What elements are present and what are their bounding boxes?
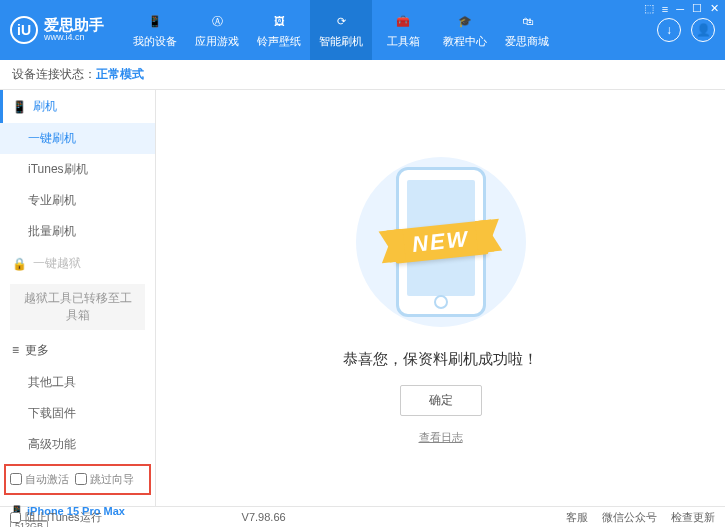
skip-guide-checkbox[interactable]: 跳过向导: [75, 472, 134, 487]
menu-icon[interactable]: ≡: [662, 3, 668, 15]
footer-link-wechat[interactable]: 微信公众号: [602, 510, 657, 525]
nav-smart-flash[interactable]: ⟳智能刷机: [310, 0, 372, 60]
ok-button[interactable]: 确定: [400, 385, 482, 416]
toolbox-icon: 🧰: [393, 11, 413, 31]
auto-activate-checkbox[interactable]: 自动激活: [10, 472, 69, 487]
sidebar-item-itunes-flash[interactable]: iTunes刷机: [0, 154, 155, 185]
store-icon: 🛍: [517, 11, 537, 31]
sidebar: 📱 刷机 一键刷机 iTunes刷机 专业刷机 批量刷机 🔒 一键越狱 越狱工具…: [0, 90, 156, 506]
status-label: 设备连接状态：: [12, 66, 96, 83]
lock-icon: 🔒: [12, 257, 27, 271]
top-nav: 📱我的设备 Ⓐ应用游戏 🖼铃声壁纸 ⟳智能刷机 🧰工具箱 🎓教程中心 🛍爱思商城: [124, 0, 558, 60]
device-icon: 📱: [145, 11, 165, 31]
user-icon[interactable]: 👤: [691, 18, 715, 42]
nav-toolbox[interactable]: 🧰工具箱: [372, 0, 434, 60]
sidebar-item-oneclick-flash[interactable]: 一键刷机: [0, 123, 155, 154]
apps-icon: Ⓐ: [207, 11, 227, 31]
block-itunes-checkbox[interactable]: 阻止iTunes运行: [10, 510, 102, 525]
sidebar-group-jailbreak: 🔒 一键越狱: [0, 247, 155, 280]
view-log-link[interactable]: 查看日志: [419, 430, 463, 445]
maximize-icon[interactable]: ☐: [692, 2, 702, 15]
sidebar-group-flash[interactable]: 📱 刷机: [0, 90, 155, 123]
main-content: NEW 恭喜您，保资料刷机成功啦！ 确定 查看日志: [156, 90, 725, 506]
app-url: www.i4.cn: [44, 33, 104, 43]
nav-tutorials[interactable]: 🎓教程中心: [434, 0, 496, 60]
app-name: 爱思助手: [44, 17, 104, 34]
nav-apps-games[interactable]: Ⓐ应用游戏: [186, 0, 248, 60]
wallpaper-icon: 🖼: [269, 11, 289, 31]
titlebar: ⬚ ≡ ─ ☐ ✕ iU 爱思助手 www.i4.cn 📱我的设备 Ⓐ应用游戏 …: [0, 0, 725, 60]
list-icon: ≡: [12, 343, 19, 357]
success-illustration: NEW: [331, 152, 551, 332]
user-icons: ↓ 👤: [657, 18, 715, 42]
nav-ringtone-wallpaper[interactable]: 🖼铃声壁纸: [248, 0, 310, 60]
highlighted-checkbox-row: 自动激活 跳过向导: [4, 464, 151, 495]
nav-my-device[interactable]: 📱我的设备: [124, 0, 186, 60]
success-message: 恭喜您，保资料刷机成功啦！: [343, 350, 538, 369]
window-controls: ⬚ ≡ ─ ☐ ✕: [644, 2, 719, 15]
footer-link-support[interactable]: 客服: [566, 510, 588, 525]
logo-icon: iU: [10, 16, 38, 44]
phone-icon: 📱: [12, 100, 27, 114]
minimize-icon[interactable]: ─: [676, 3, 684, 15]
sidebar-item-batch-flash[interactable]: 批量刷机: [0, 216, 155, 247]
flash-icon: ⟳: [331, 11, 351, 31]
close-icon[interactable]: ✕: [710, 2, 719, 15]
sidebar-item-other-tools[interactable]: 其他工具: [0, 367, 155, 398]
sidebar-item-advanced[interactable]: 高级功能: [0, 429, 155, 460]
logo: iU 爱思助手 www.i4.cn: [10, 16, 104, 44]
tutorial-icon: 🎓: [455, 11, 475, 31]
sidebar-group-more[interactable]: ≡ 更多: [0, 334, 155, 367]
sidebar-item-download-firmware[interactable]: 下载固件: [0, 398, 155, 429]
status-bar: 设备连接状态： 正常模式: [0, 60, 725, 90]
sidebar-jailbreak-notice: 越狱工具已转移至工具箱: [10, 284, 145, 330]
cart-icon[interactable]: ⬚: [644, 2, 654, 15]
footer-link-update[interactable]: 检查更新: [671, 510, 715, 525]
version-label: V7.98.66: [242, 511, 286, 523]
status-mode: 正常模式: [96, 66, 144, 83]
sidebar-item-pro-flash[interactable]: 专业刷机: [0, 185, 155, 216]
download-icon[interactable]: ↓: [657, 18, 681, 42]
nav-store[interactable]: 🛍爱思商城: [496, 0, 558, 60]
